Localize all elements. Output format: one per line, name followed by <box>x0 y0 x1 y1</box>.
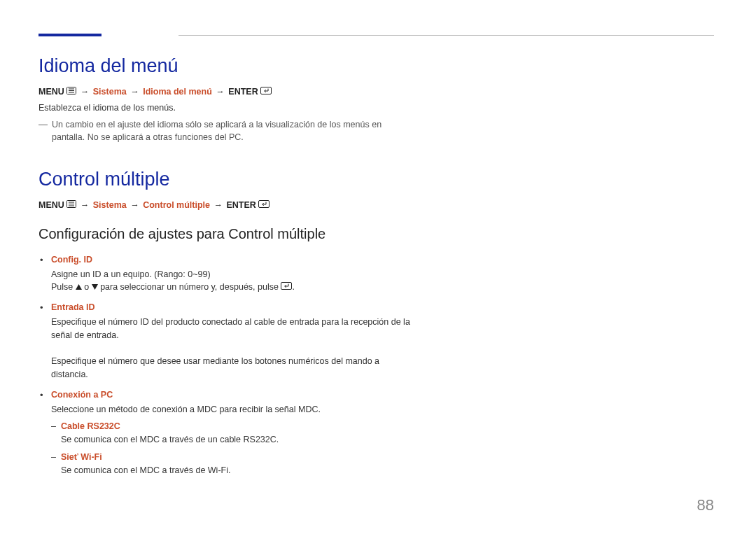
nav-path-idioma: MENU → Sistema → Idioma del menú → ENTER <box>38 87 714 97</box>
menu-icon <box>66 200 76 210</box>
nav-idioma: Idioma del menú <box>143 87 212 97</box>
arrow-icon: → <box>79 200 91 210</box>
nav-control: Control múltiple <box>143 200 210 210</box>
enter-icon <box>258 200 270 210</box>
nav-menu-label: MENU <box>38 87 64 97</box>
item-title: Config. ID <box>51 253 416 267</box>
sub-list: Cable RS232C Se comunica con el MDC a tr… <box>51 420 416 477</box>
nav-enter-label: ENTER <box>228 87 258 97</box>
svg-marker-10 <box>76 284 82 290</box>
arrow-icon: → <box>129 200 141 210</box>
sub-item-wifi: Sieť Wi-Fi Se comunica con el MDC a trav… <box>51 451 416 477</box>
header-accent-bar <box>38 34 102 36</box>
sub-item-rs232c: Cable RS232C Se comunica con el MDC a tr… <box>51 420 416 447</box>
menu-icon <box>66 87 76 97</box>
nav-sistema: Sistema <box>93 200 127 210</box>
triangle-down-icon <box>92 281 98 294</box>
arrow-icon: → <box>129 87 141 97</box>
list-item-config-id: Config. ID Asigne un ID a un equipo. (Ra… <box>38 253 416 295</box>
header-rule <box>38 35 714 36</box>
item-desc-part: . <box>292 282 294 292</box>
list-item-conexion-pc: Conexión a PC Seleccione un método de co… <box>38 388 416 477</box>
subsection-title: Configuración de ajustes para Control mú… <box>38 226 714 242</box>
item-title: Conexión a PC <box>51 388 416 402</box>
sub-desc: Se comunica con el MDC a través de Wi-Fi… <box>61 465 230 475</box>
section1-note-text: Un cambio en el ajuste del idioma sólo s… <box>52 118 410 143</box>
item-desc: Asigne un ID a un equipo. (Rango: 0~99) <box>51 269 211 279</box>
sub-title: Sieť Wi-Fi <box>61 451 416 464</box>
sub-title: Cable RS232C <box>61 420 416 433</box>
arrow-icon: → <box>214 87 226 97</box>
header-divider <box>178 35 714 36</box>
nav-path-control: MENU → Sistema → Control múltiple → ENTE… <box>38 200 714 211</box>
nav-menu-label: MENU <box>38 200 64 210</box>
enter-icon <box>260 87 272 97</box>
section1-desc: Establezca el idioma de los menús. <box>38 101 396 114</box>
config-list: Config. ID Asigne un ID a un equipo. (Ra… <box>38 253 416 477</box>
arrow-icon: → <box>79 87 91 97</box>
note-dash-icon: ― <box>38 118 52 131</box>
item-desc-part: Pulse <box>51 282 76 292</box>
item-title: Entrada ID <box>51 301 416 314</box>
svg-marker-11 <box>92 284 98 290</box>
arrow-icon: → <box>213 200 225 210</box>
item-desc: Especifique el número ID del producto co… <box>51 317 410 340</box>
nav-enter-label: ENTER <box>226 200 255 210</box>
item-desc-part: o <box>82 282 92 292</box>
page-number: 88 <box>697 496 714 514</box>
item-desc: Especifique el número que desee usar med… <box>51 356 379 379</box>
list-item-entrada-id: Entrada ID Especifique el número ID del … <box>38 301 416 381</box>
section-title-control: Control múltiple <box>38 169 714 190</box>
section-title-idioma: Idioma del menú <box>38 55 714 77</box>
item-desc: Seleccione un método de conexión a MDC p… <box>51 405 321 414</box>
triangle-up-icon <box>76 281 82 294</box>
nav-sistema: Sistema <box>93 87 127 97</box>
sub-desc: Se comunica con el MDC a través de un ca… <box>61 435 279 444</box>
item-desc-part: para seleccionar un número y, después, p… <box>98 282 281 292</box>
enter-icon <box>281 281 292 294</box>
section1-note: ― Un cambio en el ajuste del idioma sólo… <box>38 118 410 143</box>
